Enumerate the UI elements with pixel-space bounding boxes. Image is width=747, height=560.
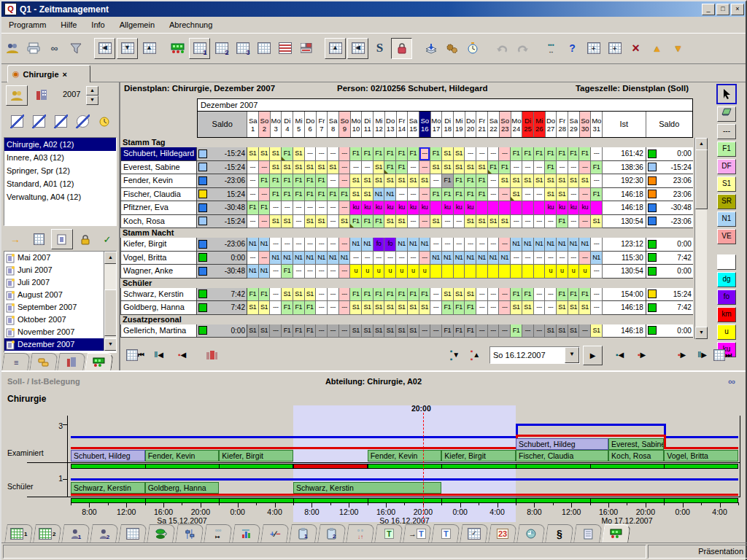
- shift-cell-29[interactable]: ---: [568, 215, 580, 229]
- shift-cell-25[interactable]: [522, 265, 534, 279]
- shift-cell-26[interactable]: ---: [534, 215, 546, 229]
- person-name[interactable]: Schubert, Hildegard: [120, 147, 197, 161]
- shift-cell-6[interactable]: ---: [305, 265, 317, 279]
- scroll-up-icon[interactable]: ▲: [104, 252, 117, 264]
- shift-cell-18[interactable]: F1: [442, 301, 454, 315]
- shift-cell-30[interactable]: S1: [579, 174, 591, 188]
- shift-cell-18[interactable]: S1: [442, 288, 454, 302]
- shift-cell-23[interactable]: ---: [499, 238, 511, 252]
- person-name[interactable]: Wagner, Anke: [120, 265, 197, 279]
- shift-cell-17[interactable]: [430, 265, 442, 279]
- shift-cell-26[interactable]: ---: [534, 288, 546, 302]
- day-header-17[interactable]: Mo17: [431, 112, 443, 137]
- shift-cell-18[interactable]: S1: [442, 147, 454, 161]
- timer-icon[interactable]: [463, 39, 483, 58]
- shift-cell-4[interactable]: F1: [282, 301, 293, 315]
- day-header-23[interactable]: So23: [500, 112, 511, 137]
- month-item[interactable]: Dezember 2007: [4, 338, 116, 351]
- shift-cell-16[interactable]: N1: [419, 238, 431, 252]
- shift-cell-12[interactable]: F1: [374, 288, 385, 302]
- shift-cell-4[interactable]: F1: [282, 324, 293, 338]
- shift-cell-10[interactable]: F1: [350, 215, 362, 229]
- shift-cell-10[interactable]: ---: [350, 252, 362, 265]
- glasses-icon[interactable]: ∞: [44, 39, 64, 58]
- shift-cell-1[interactable]: S1: [247, 324, 259, 338]
- shift-cell-2[interactable]: F1: [259, 288, 271, 302]
- shift-cell-19[interactable]: ---: [454, 238, 465, 252]
- day-header-4[interactable]: Di4: [282, 112, 293, 137]
- shift-cell-26[interactable]: N1: [534, 238, 546, 252]
- shift-cell-13[interactable]: u: [384, 265, 396, 279]
- shift-cell-27[interactable]: ku: [545, 201, 557, 215]
- tab-chirurgie[interactable]: ◉ Chirurgie ×: [7, 65, 90, 82]
- shift-cell-22[interactable]: S1: [488, 215, 500, 229]
- close-button[interactable]: ×: [731, 4, 744, 15]
- shift-cell-3[interactable]: S1: [270, 147, 282, 161]
- shift-cell-26[interactable]: [534, 201, 546, 215]
- shift-cell-20[interactable]: F1: [465, 324, 476, 338]
- shift-cell-25[interactable]: ---: [522, 161, 534, 175]
- shift-cell-25[interactable]: ---: [522, 188, 534, 202]
- shift-cell-21[interactable]: ---: [476, 147, 488, 161]
- shift-cell-17[interactable]: [430, 201, 442, 215]
- shift-cell-17[interactable]: F1: [430, 188, 442, 202]
- shift-cell-3[interactable]: N1: [270, 252, 282, 265]
- staff-bar[interactable]: Fischer, Claudia: [516, 450, 608, 462]
- shift-cell-31[interactable]: S1: [591, 215, 603, 229]
- shift-cell-27[interactable]: N1: [545, 238, 557, 252]
- day-header-24[interactable]: Mo24: [511, 112, 523, 137]
- view-tab-text[interactable]: T: [431, 524, 460, 542]
- shift-cell-29[interactable]: S1: [568, 301, 580, 315]
- shift-cell-15[interactable]: S1: [408, 324, 419, 338]
- shift-cell-25[interactable]: S1: [522, 174, 534, 188]
- day-header-16[interactable]: So16: [419, 112, 431, 137]
- shift-cell-1[interactable]: ---: [247, 174, 259, 188]
- day-header-10[interactable]: Mo10: [351, 112, 363, 137]
- title-bar[interactable]: Q Q1 - Zeitmanagement _ □ ×: [1, 1, 746, 17]
- shift-cell-2[interactable]: N1: [259, 238, 271, 252]
- shift-cell-6[interactable]: ---: [305, 238, 317, 252]
- arrow-tool-icon[interactable]: [716, 84, 737, 104]
- shift-cell-30[interactable]: S1: [579, 301, 591, 315]
- scroll-thumb[interactable]: [104, 289, 117, 336]
- shift-cell-15[interactable]: ---: [408, 252, 419, 265]
- day-header-21[interactable]: Fr21: [476, 112, 488, 137]
- shift-cell-15[interactable]: u: [408, 265, 419, 279]
- row-list-icon[interactable]: [275, 39, 295, 58]
- shift-cell-2[interactable]: ---: [259, 215, 271, 229]
- delete-icon[interactable]: ×: [626, 39, 646, 58]
- shift-cell-4[interactable]: F1: [282, 147, 293, 161]
- maximize-button[interactable]: □: [716, 4, 729, 15]
- shift-cell-4[interactable]: F1: [282, 265, 293, 279]
- shift-cell-24[interactable]: ---: [511, 252, 522, 265]
- shift-cell-8[interactable]: ---: [328, 301, 339, 315]
- shift-cell-3[interactable]: ---: [270, 201, 282, 215]
- shift-cell-22[interactable]: ---: [488, 147, 500, 161]
- shift-cell-6[interactable]: N1: [305, 252, 317, 265]
- grid-scroll-down-icon[interactable]: ▼: [695, 327, 708, 339]
- edit-plan-button[interactable]: [28, 111, 50, 131]
- code-button-SR[interactable]: SR: [717, 194, 736, 209]
- doc-new-button[interactable]: [51, 229, 73, 249]
- staff-bar[interactable]: Goldberg, Hanna: [145, 482, 220, 494]
- shift-cell-14[interactable]: S1: [396, 174, 408, 188]
- shift-cell-29[interactable]: N1: [568, 238, 580, 252]
- tab-close-icon[interactable]: ×: [63, 70, 67, 79]
- day-header-25[interactable]: Di25: [522, 112, 534, 137]
- shift-cell-15[interactable]: N1: [408, 238, 419, 252]
- shift-cell-16[interactable]: F1: [419, 288, 431, 302]
- date-combobox[interactable]: So 16.12.2007 ▼: [489, 346, 580, 364]
- shift-cell-8[interactable]: ---: [328, 215, 339, 229]
- shift-cell-9[interactable]: F1: [339, 188, 351, 202]
- new-plan-button[interactable]: [6, 111, 28, 131]
- shift-cell-5[interactable]: S1: [293, 161, 305, 175]
- staff-bar[interactable]: Schwarz, Kerstin: [293, 482, 441, 494]
- month-item[interactable]: Juni 2007: [4, 264, 116, 276]
- shift-cell-20[interactable]: S1: [465, 215, 476, 229]
- person-name[interactable]: Fischer, Claudia: [120, 188, 197, 202]
- shift-cell-29[interactable]: ---: [568, 161, 580, 175]
- view-tab-person-1[interactable]: 1: [61, 524, 90, 542]
- shift-cell-2[interactable]: ---: [259, 188, 271, 202]
- shift-cell-31[interactable]: F1: [591, 161, 603, 175]
- shift-cell-22[interactable]: ---: [488, 324, 500, 338]
